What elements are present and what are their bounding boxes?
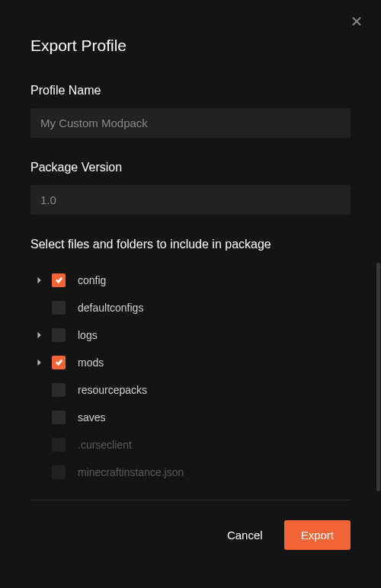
file-row-mods: mods (30, 349, 351, 376)
check-icon (55, 273, 63, 287)
close-icon (352, 15, 361, 28)
checkbox-mods[interactable] (52, 356, 66, 369)
file-label: saves (78, 411, 106, 423)
dialog-footer: Cancel Export (30, 500, 351, 573)
checkbox-saves[interactable] (52, 411, 66, 424)
file-row-defaultconfigs: defaultconfigs (30, 294, 351, 321)
file-label: resourcepacks (78, 384, 147, 396)
scrollbar-thumb[interactable] (376, 263, 380, 491)
profile-name-input[interactable] (30, 108, 351, 138)
checkbox-resourcepacks[interactable] (52, 383, 66, 397)
checkbox-logs[interactable] (52, 328, 66, 342)
file-label: mods (78, 356, 104, 369)
file-label: logs (78, 329, 98, 341)
package-version-label: Package Version (30, 161, 351, 174)
cancel-button[interactable]: Cancel (219, 521, 271, 549)
chevron-right-icon[interactable] (37, 356, 43, 369)
file-row-config: config (30, 267, 351, 294)
file-row-curseclient: .curseclient (30, 431, 351, 459)
profile-name-label: Profile Name (30, 84, 351, 97)
file-row-saves: saves (30, 404, 351, 431)
export-button[interactable]: Export (284, 520, 351, 550)
dialog-title: Export Profile (30, 37, 351, 55)
export-profile-dialog: Export Profile Profile Name Package Vers… (0, 0, 381, 588)
checkbox-curseclient (52, 438, 66, 452)
check-icon (55, 356, 63, 369)
close-button[interactable] (352, 15, 364, 27)
checkbox-config[interactable] (52, 273, 66, 287)
file-label: minecraftinstance.json (78, 466, 184, 478)
files-section-label: Select files and folders to include in p… (30, 238, 351, 251)
package-version-input[interactable] (30, 185, 351, 215)
checkbox-defaultconfigs[interactable] (52, 301, 66, 315)
chevron-right-icon[interactable] (37, 328, 43, 342)
file-row-resourcepacks: resourcepacks (30, 376, 351, 404)
file-label: defaultconfigs (78, 302, 143, 314)
file-label: config (78, 274, 106, 286)
file-list: config defaultconfigs logs (30, 267, 351, 486)
checkbox-minecraftinstance (52, 465, 66, 479)
chevron-right-icon[interactable] (37, 273, 43, 287)
file-row-minecraftinstance: minecraftinstance.json (30, 459, 351, 486)
file-row-logs: logs (30, 321, 351, 349)
file-label: .curseclient (78, 439, 132, 451)
